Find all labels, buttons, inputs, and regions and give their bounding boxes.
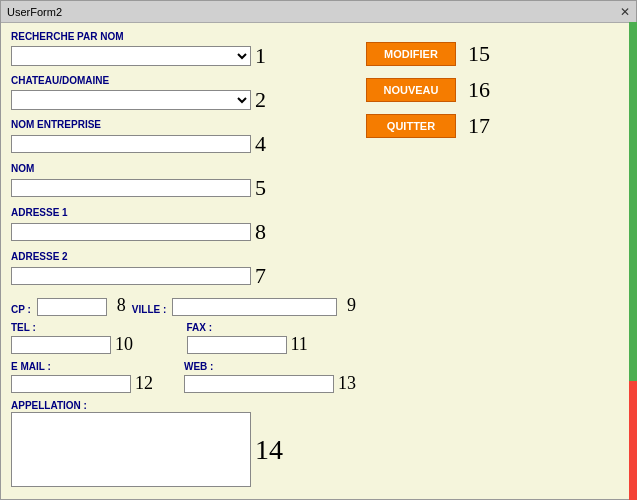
ville-label: VILLE :: [132, 304, 166, 315]
web-input[interactable]: [184, 375, 334, 393]
close-button[interactable]: ✕: [620, 5, 630, 19]
annotation-16: 17: [468, 113, 490, 139]
modifier-row: MODIFIER 15: [366, 41, 626, 67]
annotation-14: 15: [468, 41, 490, 67]
nom-label: NOM: [11, 163, 356, 174]
appellation-group: APPELLATION : 14: [11, 400, 356, 487]
search-select[interactable]: [11, 46, 251, 66]
email-web-group: E MAIL : 12 WEB : 13: [11, 361, 356, 394]
email-input[interactable]: [11, 375, 131, 393]
cp-input[interactable]: [37, 298, 107, 316]
ville-input[interactable]: [172, 298, 337, 316]
annotation-3: 4: [255, 131, 266, 157]
tel-input[interactable]: [11, 336, 111, 354]
tel-label: TEL :: [11, 322, 181, 333]
window-title: UserForm2: [7, 6, 62, 18]
side-green-bar: [629, 22, 637, 381]
nom-entreprise-group: NOM ENTREPRISE 4: [11, 119, 356, 157]
annotation-8: 9: [347, 295, 356, 316]
fax-label: FAX :: [187, 322, 357, 333]
quitter-row: QUITTER 17: [366, 113, 626, 139]
appellation-label: APPELLATION :: [11, 400, 356, 411]
title-bar: UserForm2 ✕: [1, 1, 636, 23]
quitter-button[interactable]: QUITTER: [366, 114, 456, 138]
fax-input[interactable]: [187, 336, 287, 354]
annotation-9: 10: [115, 334, 133, 355]
adresse2-group: ADRESSE 2 7: [11, 251, 356, 289]
annotation-10: 11: [291, 334, 308, 355]
cp-ville-group: CP : 8 VILLE : 9: [11, 295, 356, 316]
annotation-4: 5: [255, 175, 266, 201]
annotation-2: 2: [255, 87, 266, 113]
nouveau-row: NOUVEAU 16: [366, 77, 626, 103]
adresse2-input[interactable]: [11, 267, 251, 285]
adresse1-input[interactable]: [11, 223, 251, 241]
chateau-label: CHATEAU/DOMAINE: [11, 75, 356, 86]
annotation-5: 8: [255, 219, 266, 245]
nouveau-button[interactable]: NOUVEAU: [366, 78, 456, 102]
side-red-bar: [629, 381, 637, 501]
tel-fax-group: TEL : 10 FAX : 11: [11, 322, 356, 355]
right-panel: MODIFIER 15 NOUVEAU 16 QUITTER 17: [366, 31, 626, 491]
nom-group: NOM 5: [11, 163, 356, 201]
adresse1-label: ADRESSE 1: [11, 207, 356, 218]
search-label: RECHERCHE PAR NOM: [11, 31, 356, 42]
annotation-15: 16: [468, 77, 490, 103]
chateau-select[interactable]: [11, 90, 251, 110]
search-group: RECHERCHE PAR NOM 1: [11, 31, 356, 69]
adresse1-group: ADRESSE 1 8: [11, 207, 356, 245]
web-label: WEB :: [184, 361, 356, 372]
annotation-1: 1: [255, 43, 266, 69]
annotation-7: 8: [117, 295, 126, 316]
annotation-12: 13: [338, 373, 356, 394]
modifier-button[interactable]: MODIFIER: [366, 42, 456, 66]
email-label: E MAIL :: [11, 361, 178, 372]
annotation-11: 12: [135, 373, 153, 394]
cp-label: CP :: [11, 304, 31, 315]
chateau-group: CHATEAU/DOMAINE 2: [11, 75, 356, 113]
left-panel: RECHERCHE PAR NOM 1 CHATEAU/DOMAINE: [11, 31, 356, 491]
appellation-textarea[interactable]: [11, 412, 251, 487]
side-color-bar: [629, 22, 637, 500]
nom-entreprise-label: NOM ENTREPRISE: [11, 119, 356, 130]
adresse2-label: ADRESSE 2: [11, 251, 356, 262]
annotation-6: 7: [255, 263, 266, 289]
nom-entreprise-input[interactable]: [11, 135, 251, 153]
annotation-13: 14: [255, 434, 283, 466]
nom-input[interactable]: [11, 179, 251, 197]
